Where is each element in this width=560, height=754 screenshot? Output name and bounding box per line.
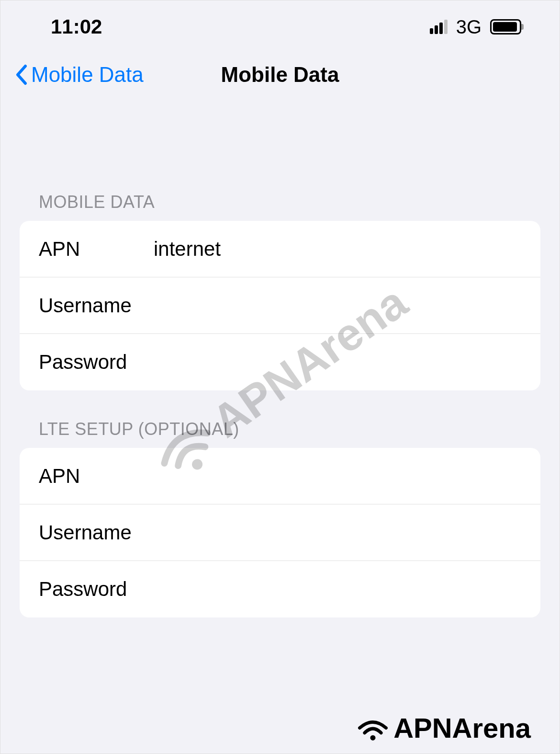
chevron-left-icon — [15, 64, 27, 85]
wifi-icon — [356, 715, 390, 741]
signal-icon — [430, 20, 448, 34]
username-label: Username — [39, 294, 154, 317]
row-lte-username[interactable]: Username — [20, 504, 540, 561]
status-icons: 3G — [430, 16, 521, 38]
row-username[interactable]: Username — [20, 277, 540, 334]
row-lte-password[interactable]: Password — [20, 561, 540, 617]
lte-apn-input[interactable] — [154, 465, 521, 488]
section-lte-setup: LTE SETUP (OPTIONAL) APN Username Passwo… — [0, 419, 560, 617]
watermark-text-bottom: APNArena — [393, 712, 531, 744]
back-button[interactable]: Mobile Data — [15, 63, 144, 87]
section-mobile-data: MOBILE DATA APN Username Password — [0, 192, 560, 390]
row-lte-apn[interactable]: APN — [20, 448, 540, 504]
lte-password-label: Password — [39, 578, 154, 601]
status-time: 11:02 — [51, 15, 102, 38]
form-group-lte-setup: APN Username Password — [20, 448, 540, 617]
row-password[interactable]: Password — [20, 334, 540, 390]
status-bar: 11:02 3G — [0, 0, 560, 48]
lte-username-label: Username — [39, 521, 154, 544]
svg-point-1 — [370, 735, 376, 741]
form-group-mobile-data: APN Username Password — [20, 221, 540, 390]
back-label: Mobile Data — [31, 63, 144, 87]
lte-apn-label: APN — [39, 465, 154, 488]
username-input[interactable] — [154, 294, 521, 317]
watermark-bottom: APNArena — [356, 712, 531, 744]
lte-username-input[interactable] — [154, 521, 521, 544]
lte-password-input[interactable] — [154, 578, 521, 601]
network-type: 3G — [456, 16, 482, 38]
page-title: Mobile Data — [221, 63, 339, 87]
apn-input[interactable] — [154, 238, 521, 261]
section-header-lte-setup: LTE SETUP (OPTIONAL) — [20, 419, 540, 448]
password-label: Password — [39, 351, 154, 374]
battery-icon — [490, 19, 521, 34]
apn-label: APN — [39, 238, 154, 261]
password-input[interactable] — [154, 351, 521, 374]
section-header-mobile-data: MOBILE DATA — [20, 192, 540, 221]
nav-header: Mobile Data Mobile Data — [0, 48, 560, 101]
row-apn[interactable]: APN — [20, 221, 540, 277]
